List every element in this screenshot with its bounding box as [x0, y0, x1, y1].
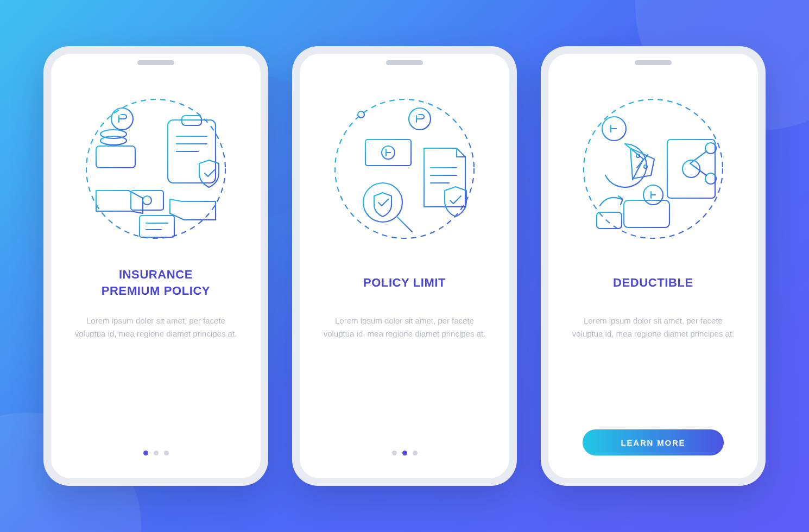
learn-more-button[interactable]: LEARN MORE	[583, 429, 724, 455]
svg-point-19	[644, 165, 647, 168]
page-dot[interactable]	[413, 451, 418, 455]
svg-rect-4	[96, 146, 135, 168]
svg-point-8	[143, 196, 151, 205]
phone-mockup: DEDUCTIBLE Lorem ipsum dolor sit amet, p…	[541, 46, 766, 486]
svg-rect-9	[140, 216, 174, 237]
onboarding-body: Lorem ipsum dolor sit amet, per facete v…	[572, 314, 735, 340]
policy-limit-icon	[323, 87, 486, 250]
svg-rect-7	[131, 191, 163, 210]
page-indicator	[392, 451, 418, 455]
page-dot[interactable]	[143, 451, 148, 455]
onboarding-body: Lorem ipsum dolor sit amet, per facete v…	[74, 314, 237, 340]
onboarding-title: POLICY LIMIT	[363, 265, 446, 300]
svg-point-11	[358, 111, 364, 118]
page-indicator	[143, 451, 169, 455]
page-dot[interactable]	[154, 451, 159, 455]
svg-rect-24	[624, 200, 669, 227]
onboarding-title: DEDUCTIBLE	[613, 265, 693, 300]
onboarding-screen: INSURANCE PREMIUM POLICY Lorem ipsum dol…	[51, 54, 261, 478]
phone-stage: INSURANCE PREMIUM POLICY Lorem ipsum dol…	[0, 0, 809, 532]
svg-point-18	[636, 154, 640, 157]
svg-point-10	[335, 99, 474, 238]
page-dot[interactable]	[164, 451, 169, 455]
onboarding-body: Lorem ipsum dolor sit amet, per facete v…	[323, 314, 486, 340]
onboarding-screen: POLICY LIMIT Lorem ipsum dolor sit amet,…	[300, 54, 509, 478]
phone-mockup: INSURANCE PREMIUM POLICY Lorem ipsum dol…	[43, 46, 268, 486]
premium-policy-icon	[74, 87, 237, 250]
onboarding-title: INSURANCE PREMIUM POLICY	[102, 265, 210, 300]
svg-point-3	[100, 136, 127, 145]
onboarding-screen: DEDUCTIBLE Lorem ipsum dolor sit amet, p…	[548, 54, 758, 478]
phone-mockup: POLICY LIMIT Lorem ipsum dolor sit amet,…	[292, 46, 517, 486]
svg-rect-20	[667, 140, 715, 198]
page-dot[interactable]	[402, 451, 407, 455]
deductible-icon	[572, 87, 735, 250]
svg-point-16	[584, 99, 723, 238]
page-dot[interactable]	[392, 451, 397, 455]
